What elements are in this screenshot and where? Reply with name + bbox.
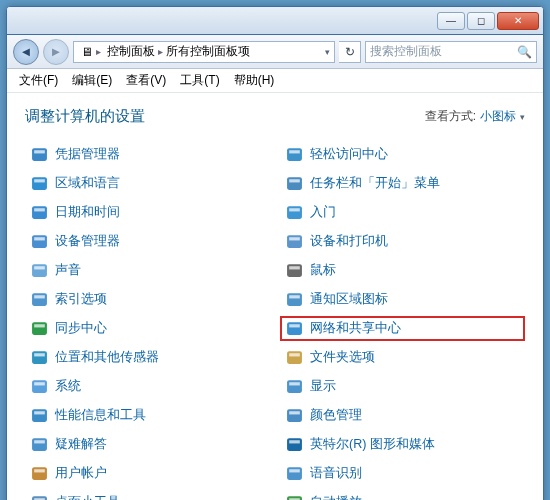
- svg-rect-49: [289, 440, 300, 443]
- devices-printers-icon: [286, 233, 303, 250]
- device-manager-icon: [31, 233, 48, 250]
- cpl-item-mouse[interactable]: 鼠标: [280, 258, 525, 283]
- breadcrumb-seg-2[interactable]: 所有控制面板项: [163, 43, 253, 60]
- svg-rect-35: [289, 237, 300, 240]
- cpl-item-label: 鼠标: [310, 262, 336, 279]
- cpl-item-color-management[interactable]: 颜色管理: [280, 403, 525, 428]
- cpl-item-label: 系统: [55, 378, 81, 395]
- cpl-item-label: 入门: [310, 204, 336, 221]
- menu-help[interactable]: 帮助(H): [228, 70, 281, 91]
- cpl-item-desktop-gadgets[interactable]: 桌面小工具: [25, 490, 270, 500]
- svg-rect-11: [34, 295, 45, 298]
- network-sharing-icon: [286, 320, 303, 337]
- cpl-item-label: 设备管理器: [55, 233, 120, 250]
- desktop-gadgets-icon: [31, 494, 48, 500]
- svg-rect-7: [34, 237, 45, 240]
- svg-rect-39: [289, 295, 300, 298]
- region-language-icon: [31, 175, 48, 192]
- indexing-options-icon: [31, 291, 48, 308]
- cpl-item-location-sensors[interactable]: 位置和其他传感器: [25, 345, 270, 370]
- svg-rect-23: [34, 469, 45, 472]
- nav-forward-button[interactable]: ►: [43, 39, 69, 65]
- cpl-item-notification-icons[interactable]: 通知区域图标: [280, 287, 525, 312]
- cpl-item-label: 颜色管理: [310, 407, 362, 424]
- cpl-item-autoplay[interactable]: 自动播放: [280, 490, 525, 500]
- cpl-item-label: 通知区域图标: [310, 291, 388, 308]
- cpl-item-troubleshooting[interactable]: 疑难解答: [25, 432, 270, 457]
- getting-started-icon: [286, 204, 303, 221]
- svg-rect-12: [32, 322, 47, 335]
- cpl-item-sound[interactable]: 声音: [25, 258, 270, 283]
- close-button[interactable]: ✕: [497, 12, 539, 30]
- menu-view[interactable]: 查看(V): [120, 70, 172, 91]
- cpl-item-label: 疑难解答: [55, 436, 107, 453]
- cpl-item-performance-info[interactable]: 性能信息和工具: [25, 403, 270, 428]
- svg-rect-13: [34, 324, 45, 327]
- cpl-item-indexing-options[interactable]: 索引选项: [25, 287, 270, 312]
- sound-icon: [31, 262, 48, 279]
- refresh-button[interactable]: ↻: [339, 41, 361, 63]
- cpl-item-label: 任务栏和「开始」菜单: [310, 175, 440, 192]
- chevron-right-icon: ▸: [96, 46, 101, 57]
- cpl-item-credential-manager[interactable]: 凭据管理器: [25, 142, 270, 167]
- minimize-button[interactable]: —: [437, 12, 465, 30]
- nav-back-button[interactable]: ◄: [13, 39, 39, 65]
- location-sensors-icon: [31, 349, 48, 366]
- cpl-item-taskbar-start[interactable]: 任务栏和「开始」菜单: [280, 171, 525, 196]
- address-bar[interactable]: 🖥▸ 控制面板 ▸ 所有控制面板项 ▾: [73, 41, 335, 63]
- menu-file[interactable]: 文件(F): [13, 70, 64, 91]
- menu-edit[interactable]: 编辑(E): [66, 70, 118, 91]
- svg-rect-31: [289, 179, 300, 182]
- svg-rect-41: [289, 324, 300, 327]
- cpl-item-label: 显示: [310, 378, 336, 395]
- control-panel-icon: 🖥: [81, 45, 93, 59]
- cpl-item-label: 语音识别: [310, 465, 362, 482]
- mouse-icon: [286, 262, 303, 279]
- cpl-item-folder-options[interactable]: 文件夹选项: [280, 345, 525, 370]
- menu-tools[interactable]: 工具(T): [174, 70, 225, 91]
- cpl-item-sync-center[interactable]: 同步中心: [25, 316, 270, 341]
- chevron-down-icon: ▾: [520, 112, 525, 122]
- cpl-item-device-manager[interactable]: 设备管理器: [25, 229, 270, 254]
- cpl-item-intel-graphics[interactable]: 英特尔(R) 图形和媒体: [280, 432, 525, 457]
- svg-rect-3: [34, 179, 45, 182]
- troubleshooting-icon: [31, 436, 48, 453]
- cpl-item-label: 设备和打印机: [310, 233, 388, 250]
- cpl-item-system[interactable]: 系统: [25, 374, 270, 399]
- cpl-item-date-time[interactable]: 日期和时间: [25, 200, 270, 225]
- cpl-item-label: 网络和共享中心: [310, 320, 401, 337]
- cpl-item-network-sharing[interactable]: 网络和共享中心: [280, 316, 525, 341]
- address-dropdown-icon[interactable]: ▾: [325, 47, 330, 57]
- navbar: ◄ ► 🖥▸ 控制面板 ▸ 所有控制面板项 ▾ ↻ 搜索控制面板 🔍: [7, 35, 543, 69]
- cpl-item-ease-of-access[interactable]: 轻松访问中心: [280, 142, 525, 167]
- cpl-item-label: 声音: [55, 262, 81, 279]
- svg-rect-18: [32, 409, 47, 422]
- cpl-item-label: 性能信息和工具: [55, 407, 146, 424]
- display-icon: [286, 378, 303, 395]
- page-title: 调整计算机的设置: [25, 107, 145, 126]
- cpl-item-label: 文件夹选项: [310, 349, 375, 366]
- cpl-item-user-accounts[interactable]: 用户帐户: [25, 461, 270, 486]
- breadcrumb-seg-1[interactable]: 控制面板: [104, 43, 158, 60]
- cpl-item-speech-recognition[interactable]: 语音识别: [280, 461, 525, 486]
- svg-rect-10: [32, 293, 47, 306]
- maximize-button[interactable]: ◻: [467, 12, 495, 30]
- view-by-label: 查看方式:: [425, 108, 476, 125]
- svg-rect-48: [287, 438, 302, 451]
- view-by-mode[interactable]: 小图标: [480, 108, 516, 125]
- cpl-item-label: 区域和语言: [55, 175, 120, 192]
- svg-rect-6: [32, 235, 47, 248]
- svg-rect-2: [32, 177, 47, 190]
- svg-rect-51: [289, 469, 300, 472]
- color-management-icon: [286, 407, 303, 424]
- cpl-item-getting-started[interactable]: 入门: [280, 200, 525, 225]
- items-column-right: 轻松访问中心任务栏和「开始」菜单入门设备和打印机鼠标通知区域图标网络和共享中心文…: [280, 142, 525, 500]
- svg-rect-37: [289, 266, 300, 269]
- user-accounts-icon: [31, 465, 48, 482]
- cpl-item-devices-printers[interactable]: 设备和打印机: [280, 229, 525, 254]
- intel-graphics-icon: [286, 436, 303, 453]
- svg-rect-29: [289, 150, 300, 153]
- cpl-item-display[interactable]: 显示: [280, 374, 525, 399]
- search-input[interactable]: 搜索控制面板 🔍: [365, 41, 537, 63]
- cpl-item-region-language[interactable]: 区域和语言: [25, 171, 270, 196]
